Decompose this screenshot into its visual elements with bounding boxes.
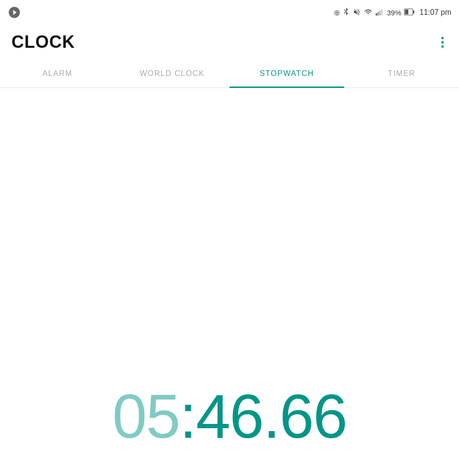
wifi-icon xyxy=(364,8,372,17)
status-bar: ⊕ 3 xyxy=(0,0,459,25)
tab-stopwatch[interactable]: STOPWATCH xyxy=(230,59,344,88)
svg-rect-0 xyxy=(376,13,377,16)
stopwatch-display: 05 : 46 . 66 xyxy=(103,385,356,447)
status-bar-left xyxy=(8,6,21,19)
more-dot-1 xyxy=(441,37,444,39)
mute-icon xyxy=(352,8,361,17)
svg-rect-1 xyxy=(378,12,379,16)
bluetooth-icon xyxy=(343,7,350,18)
battery-percent: 39% xyxy=(387,9,401,17)
status-bar-right: ⊕ 3 xyxy=(334,7,451,18)
svg-rect-3 xyxy=(381,9,382,16)
more-options-button[interactable] xyxy=(437,33,448,52)
app-bar: CLOCK xyxy=(0,25,459,59)
stopwatch-seconds: 46 xyxy=(196,385,263,447)
tabs-container: ALARM WORLD CLOCK STOPWATCH TIMER xyxy=(0,59,459,88)
stopwatch-separator-1: : xyxy=(180,385,196,447)
tab-timer[interactable]: TIMER xyxy=(344,59,459,88)
play-store-icon xyxy=(8,6,21,19)
signal-icon xyxy=(375,8,384,17)
stopwatch-minutes: 05 xyxy=(112,385,180,447)
alarm-add-icon: ⊕ xyxy=(334,8,340,17)
svg-rect-5 xyxy=(405,10,408,14)
more-dot-2 xyxy=(441,41,444,43)
battery-icon xyxy=(404,9,415,17)
status-time: 11:07 pm xyxy=(419,8,451,17)
tab-world-clock[interactable]: WORLD CLOCK xyxy=(115,59,230,88)
app-title: CLOCK xyxy=(11,32,75,52)
svg-rect-2 xyxy=(380,11,381,16)
svg-rect-6 xyxy=(413,11,415,13)
tab-alarm[interactable]: ALARM xyxy=(0,59,115,88)
stopwatch-centiseconds: 66 xyxy=(279,385,347,447)
main-content: 05 : 46 . 66 xyxy=(0,88,459,476)
more-dot-3 xyxy=(441,45,444,48)
stopwatch-separator-2: . xyxy=(263,385,279,447)
